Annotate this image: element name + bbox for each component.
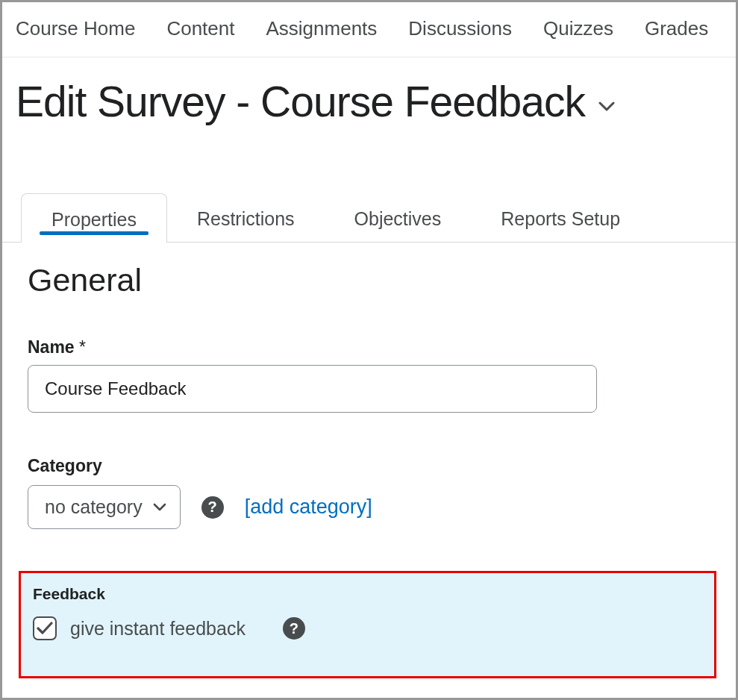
feedback-label: Feedback bbox=[33, 585, 702, 603]
category-select[interactable]: no category bbox=[28, 485, 181, 529]
add-category-link[interactable]: [add category] bbox=[245, 496, 372, 519]
chevron-down-icon bbox=[153, 503, 166, 512]
tab-objectives[interactable]: Objectives bbox=[325, 193, 472, 242]
category-controls: no category ? [add category] bbox=[28, 485, 713, 529]
instant-feedback-label: give instant feedback bbox=[70, 618, 246, 640]
tab-bar: Properties Restrictions Objectives Repor… bbox=[2, 193, 736, 243]
app-frame: Course Home Content Assignments Discussi… bbox=[0, 0, 738, 700]
feedback-row: give instant feedback ? bbox=[33, 616, 702, 640]
tab-properties[interactable]: Properties bbox=[21, 193, 167, 243]
category-label: Category bbox=[28, 456, 713, 476]
tab-restrictions[interactable]: Restrictions bbox=[167, 193, 325, 242]
instant-feedback-checkbox[interactable] bbox=[33, 616, 57, 640]
title-actions-dropdown[interactable] bbox=[598, 101, 615, 112]
nav-grades[interactable]: Grades bbox=[645, 17, 708, 40]
tab-reports-setup[interactable]: Reports Setup bbox=[471, 193, 650, 242]
help-icon[interactable]: ? bbox=[283, 617, 305, 640]
properties-panel: General Name * Category no category ? [a… bbox=[2, 243, 736, 678]
name-label-text: Name bbox=[28, 337, 75, 357]
survey-name-input[interactable] bbox=[28, 365, 597, 413]
category-selected-text: no category bbox=[45, 496, 143, 518]
course-nav: Course Home Content Assignments Discussi… bbox=[2, 2, 736, 57]
help-icon[interactable]: ? bbox=[201, 496, 224, 519]
check-icon bbox=[37, 622, 53, 635]
page-title: Edit Survey - Course Feedback bbox=[16, 77, 585, 126]
nav-quizzes[interactable]: Quizzes bbox=[543, 17, 613, 40]
feedback-highlight-box: Feedback give instant feedback ? bbox=[19, 571, 716, 678]
nav-discussions[interactable]: Discussions bbox=[408, 17, 512, 40]
nav-assignments[interactable]: Assignments bbox=[266, 17, 377, 40]
category-section: Category no category ? [add category] bbox=[28, 456, 713, 529]
name-field-label: Name * bbox=[28, 337, 713, 357]
section-heading-general: General bbox=[28, 262, 713, 299]
nav-course-home[interactable]: Course Home bbox=[16, 17, 135, 40]
nav-content[interactable]: Content bbox=[166, 17, 234, 40]
page-title-row: Edit Survey - Course Feedback bbox=[2, 57, 736, 126]
chevron-down-icon bbox=[598, 101, 615, 112]
name-required-mark: * bbox=[79, 337, 86, 357]
